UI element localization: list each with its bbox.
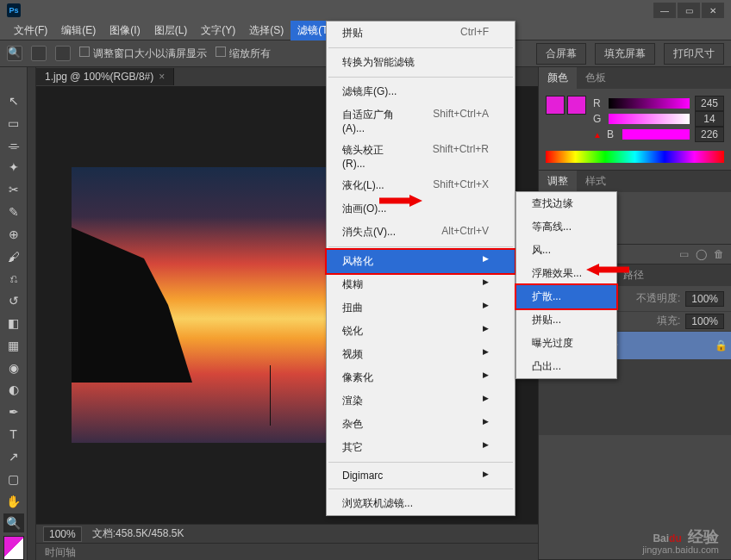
eyedropper-tool[interactable]: ✎ bbox=[3, 202, 24, 221]
sub-tiles[interactable]: 拼贴... bbox=[516, 308, 616, 332]
menu-blur[interactable]: 模糊 bbox=[327, 273, 515, 296]
menu-video[interactable]: 视频 bbox=[327, 343, 515, 366]
menu-lens-correction[interactable]: 镜头校正(R)...Shift+Ctrl+R bbox=[327, 139, 515, 174]
menu-noise[interactable]: 杂色 bbox=[327, 413, 515, 436]
adj-trash-icon[interactable]: 🗑 bbox=[714, 248, 724, 260]
maximize-button[interactable]: ▭ bbox=[678, 3, 700, 18]
pen-tool[interactable]: ✒ bbox=[3, 402, 24, 421]
document-tab[interactable]: 1.jpg @ 100%(RGB/8#) × bbox=[36, 68, 174, 85]
adj-icon2[interactable]: ◯ bbox=[696, 248, 707, 260]
stylize-submenu: 查找边缘 等高线... 风... 浮雕效果... 扩散... 拼贴... 曝光过… bbox=[515, 191, 617, 379]
opacity-label: 不透明度: bbox=[636, 291, 680, 306]
wand-tool[interactable]: ✦ bbox=[3, 158, 24, 177]
r-slider[interactable] bbox=[609, 98, 690, 109]
r-value[interactable]: 245 bbox=[695, 96, 724, 111]
zoom-all-label: 缩放所有 bbox=[229, 47, 271, 59]
move-tool[interactable]: ↖ bbox=[3, 91, 24, 110]
b-slider[interactable] bbox=[622, 129, 690, 140]
zoom-all-checkbox[interactable]: 缩放所有 bbox=[216, 47, 271, 61]
b-label: B bbox=[607, 128, 617, 140]
zoom-in-icon[interactable] bbox=[31, 46, 47, 61]
opacity-value[interactable]: 100% bbox=[685, 291, 724, 307]
crop-tool[interactable]: ✂ bbox=[3, 180, 24, 199]
gradient-tool[interactable]: ▦ bbox=[3, 336, 24, 355]
type-tool[interactable]: T bbox=[3, 425, 24, 444]
shape-tool[interactable]: ▢ bbox=[3, 470, 24, 488]
menu-select[interactable]: 选择(S) bbox=[242, 21, 291, 40]
menu-filter-gallery[interactable]: 滤镜库(G)... bbox=[327, 80, 515, 103]
close-button[interactable]: ✕ bbox=[702, 3, 724, 18]
tab-swatches[interactable]: 色板 bbox=[577, 67, 615, 89]
hue-ramp[interactable] bbox=[546, 151, 724, 163]
tab-paths[interactable]: 路径 bbox=[615, 264, 653, 286]
fit-screen-button[interactable]: 合屏幕 bbox=[536, 43, 586, 65]
brush-tool[interactable]: 🖌 bbox=[3, 247, 24, 266]
eraser-tool[interactable]: ◧ bbox=[3, 314, 24, 333]
left-dock bbox=[28, 67, 36, 560]
tab-styles[interactable]: 样式 bbox=[577, 171, 615, 192]
sub-diffuse[interactable]: 扩散... bbox=[516, 285, 616, 308]
tab-color[interactable]: 颜色 bbox=[539, 67, 577, 89]
sub-emboss[interactable]: 浮雕效果... bbox=[516, 262, 616, 285]
menu-digimarc[interactable]: Digimarc bbox=[327, 465, 515, 486]
menu-vanishing-point[interactable]: 消失点(V)...Alt+Ctrl+V bbox=[327, 221, 515, 244]
minimize-button[interactable]: — bbox=[653, 3, 676, 18]
sub-solarize[interactable]: 曝光过度 bbox=[516, 332, 616, 355]
timeline-panel[interactable]: 时间轴 bbox=[36, 543, 538, 560]
zoom-level[interactable]: 100% bbox=[43, 526, 82, 542]
menu-pixelate[interactable]: 像素化 bbox=[327, 366, 515, 389]
doc-info: 文档:458.5K/458.5K bbox=[92, 526, 184, 541]
menu-liquify[interactable]: 液化(L)...Shift+Ctrl+X bbox=[327, 174, 515, 197]
marquee-tool[interactable]: ▭ bbox=[3, 114, 24, 133]
sub-extrude[interactable]: 凸出... bbox=[516, 355, 616, 378]
lasso-tool[interactable]: ⌯ bbox=[3, 136, 24, 155]
blur-tool[interactable]: ◉ bbox=[3, 358, 24, 377]
dodge-tool[interactable]: ◐ bbox=[3, 381, 24, 400]
tab-adjustments[interactable]: 调整 bbox=[539, 171, 577, 192]
zoom-tool[interactable]: 🔍 bbox=[3, 513, 24, 532]
sub-contour[interactable]: 等高线... bbox=[516, 215, 616, 239]
history-brush-tool[interactable]: ↺ bbox=[3, 291, 24, 310]
g-slider[interactable] bbox=[609, 114, 690, 124]
path-tool[interactable]: ↗ bbox=[3, 447, 24, 466]
fill-label: 填充: bbox=[657, 314, 680, 329]
menu-layer[interactable]: 图层(L) bbox=[147, 21, 195, 40]
stamp-tool[interactable]: ⎌ bbox=[3, 270, 24, 289]
zoom-tool-icon[interactable]: 🔍 bbox=[7, 46, 22, 61]
b-value[interactable]: 226 bbox=[695, 127, 724, 142]
adj-icon1[interactable]: ▭ bbox=[679, 248, 689, 260]
document-title: 1.jpg @ 100%(RGB/8#) bbox=[45, 71, 153, 83]
print-size-button[interactable]: 打印尺寸 bbox=[664, 43, 724, 65]
menu-other[interactable]: 其它 bbox=[327, 436, 515, 459]
menu-browse-online[interactable]: 浏览联机滤镜... bbox=[327, 492, 515, 515]
tab-close-icon[interactable]: × bbox=[159, 71, 165, 83]
background-color[interactable] bbox=[567, 96, 586, 115]
hand-tool[interactable]: ✋ bbox=[3, 492, 24, 511]
fit-window-checkbox[interactable]: 调整窗口大小以满屏显示 bbox=[79, 47, 207, 61]
menu-distort[interactable]: 扭曲 bbox=[327, 296, 515, 320]
g-value[interactable]: 14 bbox=[695, 111, 724, 127]
menu-oil-paint[interactable]: 油画(O)... bbox=[327, 197, 515, 221]
menu-sharpen[interactable]: 锐化 bbox=[327, 320, 515, 343]
menu-last-filter[interactable]: 拼贴Ctrl+F bbox=[327, 22, 515, 45]
menu-file[interactable]: 文件(F) bbox=[7, 21, 54, 40]
menu-render[interactable]: 渲染 bbox=[327, 389, 515, 413]
menu-convert-smart[interactable]: 转换为智能滤镜 bbox=[327, 51, 515, 74]
filter-menu-dropdown: 拼贴Ctrl+F 转换为智能滤镜 滤镜库(G)... 自适应广角(A)...Sh… bbox=[326, 21, 515, 516]
menu-adaptive-wide[interactable]: 自适应广角(A)...Shift+Ctrl+A bbox=[327, 103, 515, 139]
sub-find-edges[interactable]: 查找边缘 bbox=[516, 192, 616, 215]
fit-window-label: 调整窗口大小以满屏显示 bbox=[93, 47, 207, 59]
fill-value[interactable]: 100% bbox=[685, 314, 724, 329]
color-swatch-tool[interactable] bbox=[3, 536, 24, 560]
menu-type[interactable]: 文字(Y) bbox=[194, 21, 242, 40]
fill-screen-button[interactable]: 填充屏幕 bbox=[595, 43, 655, 65]
sub-wind[interactable]: 风... bbox=[516, 239, 616, 262]
status-bar: 100% 文档:458.5K/458.5K bbox=[36, 524, 538, 543]
r-label: R bbox=[593, 97, 603, 109]
menu-edit[interactable]: 编辑(E) bbox=[54, 21, 103, 40]
zoom-out-icon[interactable] bbox=[55, 46, 71, 61]
foreground-color[interactable] bbox=[546, 96, 565, 115]
menu-image[interactable]: 图像(I) bbox=[103, 21, 147, 40]
heal-tool[interactable]: ⊕ bbox=[3, 225, 24, 244]
menu-stylize[interactable]: 风格化 bbox=[327, 250, 515, 273]
